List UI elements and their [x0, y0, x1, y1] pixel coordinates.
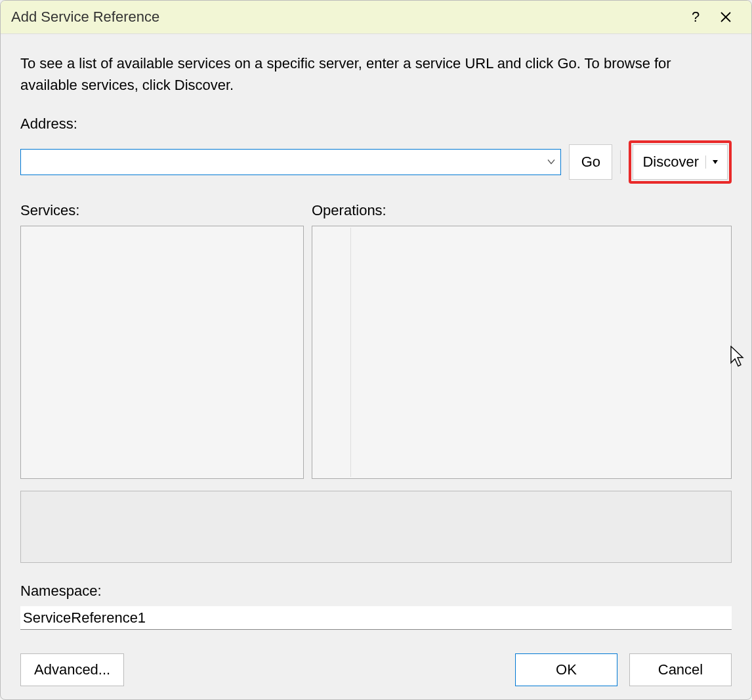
- status-box: [20, 491, 732, 563]
- close-button[interactable]: [711, 4, 741, 30]
- discover-highlight: Discover: [629, 140, 732, 184]
- svg-marker-2: [713, 160, 718, 164]
- dialog-content: To see a list of available services on a…: [1, 34, 751, 699]
- namespace-label: Namespace:: [20, 583, 732, 600]
- services-label: Services:: [20, 202, 304, 219]
- address-input[interactable]: [20, 149, 561, 175]
- help-icon: ?: [692, 9, 700, 26]
- address-input-wrapper: [20, 149, 561, 175]
- operations-label: Operations:: [312, 202, 732, 219]
- instructions-text: To see a list of available services on a…: [20, 52, 732, 96]
- close-icon: [720, 11, 732, 23]
- advanced-button-label: Advanced...: [34, 661, 110, 678]
- caret-down-icon: [711, 158, 719, 166]
- discover-dropdown[interactable]: [705, 155, 721, 169]
- discover-button-label: Discover: [642, 154, 699, 171]
- titlebar: Add Service Reference ?: [1, 1, 751, 34]
- go-button[interactable]: Go: [569, 144, 612, 180]
- discover-button[interactable]: Discover: [633, 144, 728, 180]
- panels: [20, 226, 732, 479]
- cancel-button[interactable]: Cancel: [629, 653, 732, 686]
- cancel-button-label: Cancel: [658, 661, 703, 678]
- panels-labels: Services: Operations:: [20, 202, 732, 226]
- advanced-button[interactable]: Advanced...: [20, 653, 124, 686]
- dialog-footer: Advanced... OK Cancel: [20, 653, 732, 686]
- namespace-input[interactable]: [20, 606, 732, 630]
- separator: [620, 150, 621, 174]
- dialog-title: Add Service Reference: [11, 9, 680, 26]
- ok-button-label: OK: [556, 661, 577, 678]
- ok-button[interactable]: OK: [515, 653, 617, 686]
- add-service-reference-dialog: Add Service Reference ? To see a list of…: [0, 0, 752, 700]
- go-button-label: Go: [581, 154, 600, 170]
- address-label: Address:: [20, 115, 732, 133]
- address-row: Go Discover: [20, 140, 732, 184]
- operations-list[interactable]: [312, 226, 732, 479]
- services-list[interactable]: [20, 226, 304, 479]
- help-button[interactable]: ?: [680, 4, 711, 30]
